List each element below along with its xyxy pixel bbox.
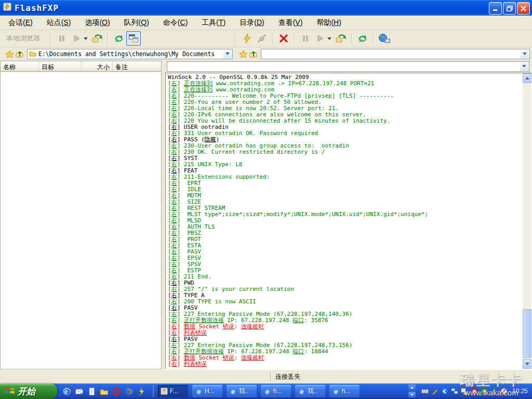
- mail-icon[interactable]: [75, 387, 84, 396]
- menu-item-2[interactable]: 选项(O): [78, 17, 116, 29]
- taskbar-task-0[interactable]: F...: [158, 385, 188, 397]
- window-title: FlashFXP: [15, 3, 59, 13]
- transfer-button[interactable]: [90, 31, 104, 46]
- start-queue-button[interactable]: [69, 31, 84, 46]
- menu-item-4[interactable]: 命令(C): [157, 17, 194, 29]
- column-header-0[interactable]: 名称: [1, 61, 39, 71]
- toolbar-separator: [373, 33, 374, 44]
- scheduler-disabled-icon[interactable]: [500, 388, 508, 395]
- tray-clock[interactable]: 10:25: [512, 388, 528, 395]
- taskbar: 开始 e F...H...我..: [0, 383, 532, 399]
- restore-button[interactable]: [503, 2, 516, 15]
- toolbar: 本地浏览器: [0, 30, 532, 47]
- status-message: 连接丢失: [271, 373, 300, 381]
- network-icon[interactable]: [451, 388, 458, 395]
- column-header-3[interactable]: 备注: [113, 61, 161, 71]
- tray-chevrons: [408, 384, 416, 398]
- local-favorites-star-icon[interactable]: [4, 49, 15, 59]
- menu-item-0[interactable]: 会话(E): [2, 17, 39, 29]
- taskbar-task-3[interactable]: h...: [261, 385, 291, 397]
- remote-command-dropdown-icon[interactable]: [520, 62, 528, 71]
- remote-favorites-star-icon[interactable]: [238, 49, 248, 59]
- chevron-up-icon[interactable]: [408, 384, 416, 391]
- abort-button[interactable]: [276, 31, 291, 46]
- remote-up-folder-icon[interactable]: [248, 49, 259, 59]
- local-path-dropdown-icon[interactable]: [223, 50, 232, 58]
- menu-item-8[interactable]: 帮助(H): [310, 17, 347, 29]
- log-line: [右] 200 TYPE is now ASCII: [168, 299, 523, 305]
- scroll-track[interactable]: [523, 83, 531, 359]
- pen-input-icon[interactable]: [431, 388, 438, 395]
- scroll-up-icon[interactable]: [523, 73, 531, 83]
- antivirus-shield-icon[interactable]: [471, 388, 478, 395]
- start-remote-button[interactable]: [313, 31, 327, 46]
- remote-command-combo[interactable]: [167, 61, 529, 72]
- remote-path-combo[interactable]: [261, 49, 530, 59]
- media-play-icon[interactable]: [481, 388, 488, 395]
- local-path-combo[interactable]: E:\Documents and Settings\chenwuhong\My …: [27, 49, 233, 59]
- menu-item-5[interactable]: 工具(T): [195, 17, 232, 29]
- refresh-local-button[interactable]: [112, 31, 126, 46]
- menu-item-6[interactable]: 目录(D): [233, 17, 270, 29]
- remote-address-bar: [235, 49, 532, 59]
- log-line: [右] MDTM: [168, 193, 523, 199]
- local-up-folder-icon[interactable]: [15, 49, 25, 59]
- opera-icon[interactable]: [112, 387, 121, 396]
- log-line: [右] MLSD: [168, 218, 523, 224]
- taskbar-task-5[interactable]: h...: [329, 385, 360, 397]
- local-path-text: E:\Documents and Settings\chenwuhong\My …: [38, 50, 215, 58]
- messenger-icon[interactable]: [441, 388, 448, 395]
- close-button[interactable]: [517, 2, 530, 15]
- folder-icon[interactable]: [100, 387, 109, 396]
- log-area[interactable]: WinSock 2.0 -- OpenSSL 0.9.8k 25 Mar 200…: [166, 73, 523, 369]
- start-button[interactable]: 开始: [0, 383, 57, 399]
- main-panes: WinSock 2.0 -- OpenSSL 0.9.8k 25 Mar 200…: [0, 72, 532, 369]
- taskbar-tasks: F...H...我..h...我..h...: [156, 385, 360, 397]
- remote-options-caret-icon[interactable]: [327, 37, 331, 40]
- queue-options-caret-icon[interactable]: [84, 37, 88, 40]
- keyboard-layout-icon[interactable]: [421, 388, 429, 395]
- update-warning-icon[interactable]: [461, 388, 468, 395]
- taskbar-task-1[interactable]: H...: [192, 385, 222, 397]
- taskbar-task-2[interactable]: 我..: [227, 385, 257, 397]
- rising-agent-icon[interactable]: [490, 388, 498, 395]
- scroll-down-icon[interactable]: [523, 359, 531, 369]
- statusbar: 连接丢失: [0, 369, 532, 383]
- firefox-icon[interactable]: [125, 387, 134, 396]
- disconnect-button[interactable]: [255, 31, 269, 46]
- winamp-icon[interactable]: [137, 387, 146, 396]
- remote-site-button[interactable]: [377, 31, 392, 46]
- menu-item-3[interactable]: 队列(Q): [118, 17, 155, 29]
- pause-remote-button[interactable]: [298, 31, 313, 46]
- ie-icon[interactable]: e: [62, 387, 71, 396]
- browser-view-button[interactable]: [126, 31, 141, 46]
- local-browser-label: 本地浏览器: [6, 34, 40, 43]
- transfer-remote-button[interactable]: [334, 31, 348, 46]
- log-line: [右] 列表错误: [168, 361, 523, 367]
- taskbar-task-4[interactable]: 我..: [295, 385, 325, 397]
- log-line: [右] ESTA: [168, 243, 523, 249]
- task-label: 我..: [239, 387, 249, 396]
- chevron-down-icon[interactable]: [408, 392, 416, 398]
- toolbar-separator: [272, 33, 273, 44]
- refresh-remote-button[interactable]: [355, 31, 370, 46]
- scroll-thumb[interactable]: [523, 309, 531, 358]
- connect-button[interactable]: [240, 31, 255, 46]
- log-scrollbar[interactable]: [523, 73, 531, 369]
- ie-icon: [229, 388, 237, 395]
- titlebar: FlashFXP: [0, 0, 532, 16]
- column-header-2[interactable]: 大小: [82, 61, 113, 71]
- column-header-1[interactable]: 目标: [39, 61, 82, 71]
- minimize-button[interactable]: [489, 2, 502, 15]
- menu-item-1[interactable]: 站点(S): [41, 17, 77, 29]
- local-file-list[interactable]: [0, 72, 162, 369]
- menu-item-7[interactable]: 查看(V): [272, 17, 309, 29]
- pane-splitter[interactable]: [162, 72, 165, 369]
- log-line: [右] 数据 Socket 错误: 连接超时: [168, 355, 523, 361]
- remote-path-dropdown-icon[interactable]: [521, 50, 529, 58]
- log-line: [右] EPSV: [168, 255, 523, 261]
- pause-queue-button[interactable]: [55, 31, 69, 46]
- log-line: [右] ESTP: [168, 268, 523, 274]
- log-line: [右] 215 UNIX Type: L8: [168, 162, 523, 168]
- notepad-icon[interactable]: [87, 387, 96, 396]
